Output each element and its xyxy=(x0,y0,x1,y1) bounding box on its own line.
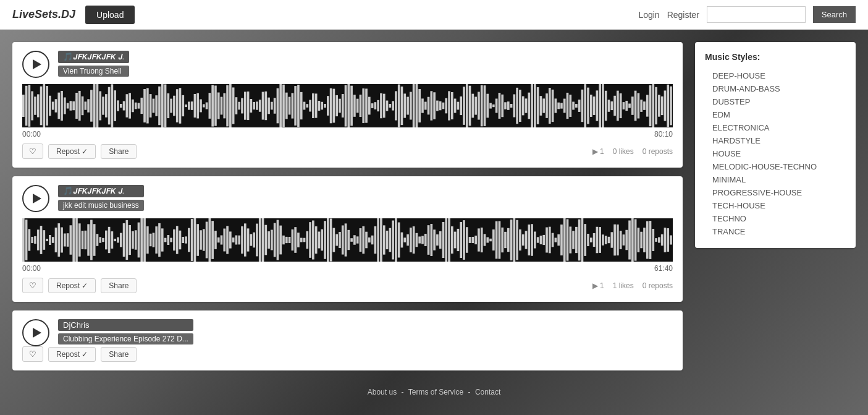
svg-rect-434 xyxy=(655,238,657,242)
svg-rect-306 xyxy=(277,220,279,260)
svg-rect-236 xyxy=(70,225,72,254)
svg-rect-431 xyxy=(646,221,649,259)
track-card: 🎵𝙅𝙁𝙆𝙅𝙁𝙆𝙅𝙁𝙆 𝙅. Vien Truong Shell 00:00 80… xyxy=(12,42,683,168)
repost-button[interactable]: Repost ✓ xyxy=(48,278,96,293)
svg-rect-77 xyxy=(250,99,253,113)
svg-rect-282 xyxy=(206,222,208,259)
music-style-link[interactable]: DUBSTEP xyxy=(705,95,846,108)
share-button[interactable]: Share xyxy=(101,278,137,293)
share-button[interactable]: Share xyxy=(101,347,137,362)
like-button[interactable]: ♡ xyxy=(22,278,43,293)
svg-rect-265 xyxy=(155,226,158,254)
waveform[interactable] xyxy=(22,84,673,127)
music-style-link[interactable]: EDM xyxy=(705,108,846,121)
svg-rect-200 xyxy=(613,96,616,116)
music-style-link[interactable]: TECH-HOUSE xyxy=(705,199,846,212)
svg-rect-241 xyxy=(85,231,87,249)
contact-link[interactable]: Contact xyxy=(475,388,500,396)
music-style-link[interactable]: PROGRESSIVE-HOUSE xyxy=(705,186,846,199)
track-top: 🎵𝙅𝙁𝙆𝙅𝙁𝙆𝙅𝙁𝙆 𝙅. Vien Truong Shell xyxy=(22,51,673,78)
music-style-link[interactable]: TRANCE xyxy=(705,225,846,238)
waveform-container xyxy=(22,84,673,127)
about-link[interactable]: About us xyxy=(368,388,397,396)
music-style-link[interactable]: HOUSE xyxy=(705,147,846,160)
search-input[interactable] xyxy=(707,6,806,23)
svg-rect-185 xyxy=(569,95,571,117)
play-button[interactable] xyxy=(22,319,49,346)
music-style-link[interactable]: MINIMAL xyxy=(705,173,846,186)
svg-rect-310 xyxy=(289,237,291,243)
svg-rect-14 xyxy=(64,97,66,114)
svg-rect-101 xyxy=(321,102,323,110)
tos-link[interactable]: Terms of Service xyxy=(408,388,463,396)
header: LiveSets.DJ Upload Login Register Search xyxy=(0,0,868,30)
music-style-link[interactable]: TECHNO xyxy=(705,212,846,225)
like-button[interactable]: ♡ xyxy=(22,346,43,362)
svg-rect-384 xyxy=(507,228,510,252)
svg-rect-376 xyxy=(484,234,486,246)
svg-rect-391 xyxy=(528,225,530,255)
svg-rect-9 xyxy=(49,96,51,116)
svg-rect-29 xyxy=(108,87,111,125)
play-icon xyxy=(33,194,41,203)
repost-button[interactable]: Repost ✓ xyxy=(48,347,96,362)
svg-rect-135 xyxy=(421,98,424,113)
svg-rect-80 xyxy=(259,100,261,112)
svg-rect-170 xyxy=(525,98,528,113)
repost-button[interactable]: Repost ✓ xyxy=(48,144,96,159)
svg-rect-160 xyxy=(495,98,498,113)
svg-rect-367 xyxy=(457,229,460,251)
register-link[interactable]: Register xyxy=(667,10,699,20)
svg-rect-237 xyxy=(72,218,75,262)
svg-rect-147 xyxy=(457,102,460,110)
svg-rect-84 xyxy=(271,102,273,110)
svg-rect-356 xyxy=(424,234,427,246)
svg-rect-261 xyxy=(143,218,146,262)
svg-rect-143 xyxy=(445,98,447,114)
svg-rect-32 xyxy=(117,100,119,111)
svg-rect-380 xyxy=(495,221,498,259)
music-style-link[interactable]: HARDSTYLE xyxy=(705,134,846,147)
like-button[interactable]: ♡ xyxy=(22,143,43,159)
svg-rect-365 xyxy=(451,226,453,254)
svg-rect-140 xyxy=(436,101,439,111)
svg-rect-34 xyxy=(123,101,125,110)
play-button[interactable] xyxy=(22,51,49,78)
svg-rect-164 xyxy=(507,101,510,110)
waveform[interactable] xyxy=(22,218,673,262)
svg-rect-349 xyxy=(403,237,406,242)
svg-rect-58 xyxy=(194,94,196,118)
track-title: 🎵𝙅𝙁𝙆𝙅𝙁𝙆𝙅𝙁𝙆 𝙅. xyxy=(58,185,144,197)
music-style-link[interactable]: DRUM-AND-BASS xyxy=(705,82,846,95)
svg-rect-318 xyxy=(312,220,314,259)
svg-rect-421 xyxy=(617,225,619,255)
svg-rect-132 xyxy=(413,84,415,127)
svg-rect-134 xyxy=(418,89,421,122)
svg-rect-20 xyxy=(82,96,84,115)
svg-rect-271 xyxy=(173,229,175,250)
svg-rect-319 xyxy=(315,226,318,254)
svg-rect-428 xyxy=(638,228,640,252)
music-style-link[interactable]: MELODIC-HOUSE-TECHNO xyxy=(705,160,846,173)
search-button[interactable]: Search xyxy=(813,6,856,23)
svg-rect-372 xyxy=(472,237,474,243)
svg-rect-142 xyxy=(442,103,445,109)
svg-rect-288 xyxy=(223,229,225,252)
svg-rect-355 xyxy=(421,236,424,244)
svg-rect-154 xyxy=(478,92,480,119)
music-style-link[interactable]: DEEP-HOUSE xyxy=(705,69,846,82)
svg-rect-209 xyxy=(640,100,643,112)
play-button[interactable] xyxy=(22,185,49,212)
svg-rect-369 xyxy=(463,220,465,260)
svg-rect-122 xyxy=(383,94,386,118)
svg-rect-81 xyxy=(262,92,264,119)
svg-rect-117 xyxy=(368,97,371,115)
track-card: 🎵𝙅𝙁𝙆𝙅𝙁𝙆𝙅𝙁𝙆 𝙅. jkk edit music business 00… xyxy=(12,176,683,302)
svg-rect-22 xyxy=(87,99,90,112)
upload-button[interactable]: Upload xyxy=(85,6,135,24)
login-link[interactable]: Login xyxy=(638,10,659,20)
music-style-link[interactable]: ELECTRONICA xyxy=(705,121,846,134)
svg-rect-179 xyxy=(552,90,554,122)
share-button[interactable]: Share xyxy=(101,144,137,159)
svg-rect-105 xyxy=(333,89,335,123)
